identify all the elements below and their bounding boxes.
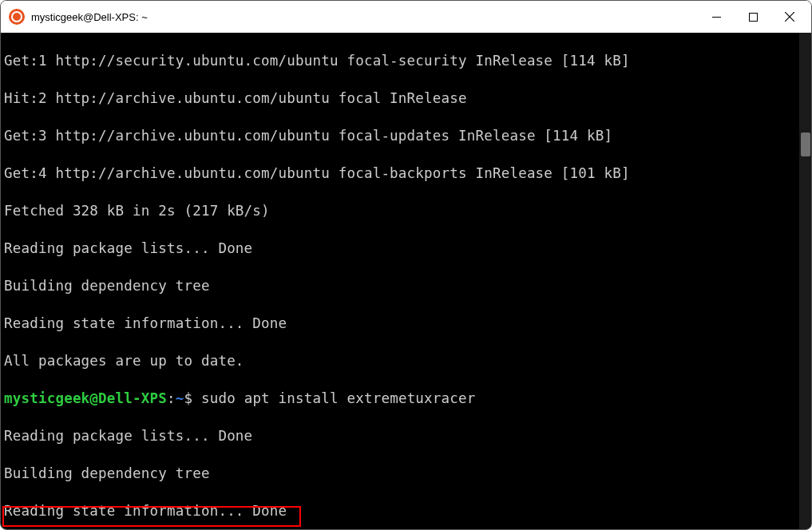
window-controls	[698, 2, 808, 31]
scrollbar-thumb[interactable]	[801, 132, 810, 156]
prompt-colon: :	[167, 390, 176, 406]
scrollbar-track[interactable]	[799, 33, 811, 529]
close-button[interactable]	[771, 2, 808, 31]
output-line: Reading state information... Done	[4, 502, 811, 521]
output-line: Building dependency tree	[4, 465, 811, 484]
output-line: All packages are up to date.	[4, 352, 811, 371]
prompt-path: ~	[176, 390, 184, 406]
prompt-dollar: $	[184, 390, 200, 406]
output-line: Get:3 http://archive.ubuntu.com/ubuntu f…	[4, 127, 811, 146]
output-line: Get:1 http://security.ubuntu.com/ubuntu …	[4, 52, 811, 71]
ubuntu-icon	[9, 9, 25, 25]
svg-rect-1	[749, 13, 757, 21]
typed-command: sudo apt install extremetuxracer	[201, 390, 476, 406]
prompt-line: mysticgeek@Dell-XPS:~$ sudo apt install …	[4, 390, 811, 409]
maximize-button[interactable]	[735, 2, 771, 31]
prompt-user-host: mysticgeek@Dell-XPS	[4, 390, 167, 406]
output-line: Reading package lists... Done	[4, 239, 811, 259]
output-line: Reading state information... Done	[4, 314, 811, 334]
terminal-output: Get:1 http://security.ubuntu.com/ubuntu …	[1, 33, 811, 529]
output-line: Building dependency tree	[4, 277, 811, 296]
terminal-body[interactable]: Get:1 http://security.ubuntu.com/ubuntu …	[1, 33, 811, 529]
output-line: Reading package lists... Done	[4, 427, 811, 446]
titlebar[interactable]: mysticgeek@Dell-XPS: ~	[1, 1, 811, 33]
output-line: Hit:2 http://archive.ubuntu.com/ubuntu f…	[4, 89, 811, 109]
output-line: Fetched 328 kB in 2s (217 kB/s)	[4, 202, 811, 221]
output-line: Get:4 http://archive.ubuntu.com/ubuntu f…	[4, 164, 811, 184]
terminal-window: mysticgeek@Dell-XPS: ~ Get:1 http://secu…	[0, 0, 812, 530]
minimize-button[interactable]	[698, 2, 735, 31]
window-title: mysticgeek@Dell-XPS: ~	[31, 11, 698, 23]
